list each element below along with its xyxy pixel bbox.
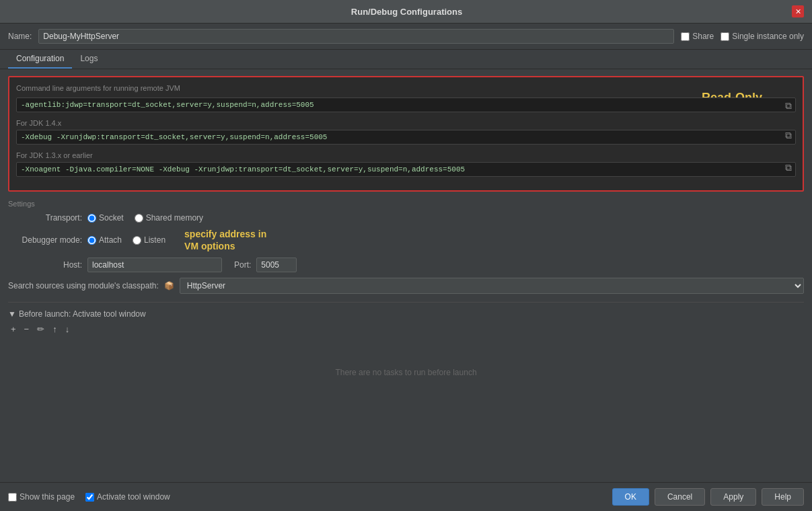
copy-button-2[interactable]: ⧉ bbox=[785, 130, 792, 141]
copy-button-3[interactable]: ⧉ bbox=[785, 162, 792, 173]
module-icon: 📦 bbox=[164, 281, 174, 290]
config-tabs: Configuration Logs bbox=[0, 50, 812, 69]
transport-label: Transport: bbox=[8, 213, 82, 223]
host-port-row: Host: Port: bbox=[8, 258, 804, 272]
tab-configuration[interactable]: Configuration bbox=[8, 50, 72, 69]
bl-add-button[interactable]: + bbox=[8, 323, 19, 336]
transport-shared-memory-label: Shared memory bbox=[146, 213, 203, 223]
show-page-checkbox-group[interactable]: Show this page bbox=[8, 492, 75, 502]
dialog-title: Run/Debug Configurations bbox=[22, 7, 792, 17]
dialog-close-button[interactable]: ✕ bbox=[792, 5, 804, 17]
debugger-mode-row: Debugger mode: Attach Listen specify add… bbox=[8, 228, 804, 252]
settings-section: Settings Transport: Socket Shared memory bbox=[8, 200, 804, 294]
debugger-listen-option[interactable]: Listen bbox=[133, 235, 165, 245]
transport-socket-radio[interactable] bbox=[87, 214, 96, 223]
command-label-3: For JDK 1.3.x or earlier bbox=[16, 151, 796, 159]
debugger-radio-group: Attach Listen bbox=[87, 235, 165, 245]
port-label: Port: bbox=[234, 260, 251, 270]
bl-remove-button[interactable]: − bbox=[22, 323, 32, 336]
dialog-titlebar: Run/Debug Configurations ✕ bbox=[0, 0, 812, 24]
before-launch-arrow: ▼ bbox=[8, 309, 16, 319]
debugger-attach-option[interactable]: Attach bbox=[87, 235, 122, 245]
run-debug-dialog: Run/Debug Configurations ✕ Name: Share S… bbox=[0, 0, 812, 511]
show-page-checkbox[interactable] bbox=[8, 493, 17, 502]
share-checkbox[interactable] bbox=[681, 32, 690, 41]
name-input[interactable] bbox=[38, 29, 674, 44]
transport-shared-memory-option[interactable]: Shared memory bbox=[135, 213, 203, 223]
command-section-title: Command line arguments for running remot… bbox=[16, 84, 796, 92]
port-input[interactable] bbox=[256, 258, 297, 272]
help-button[interactable]: Help bbox=[762, 488, 804, 506]
before-launch-toolbar: + − ✏ ↑ ↓ bbox=[8, 323, 804, 336]
host-input[interactable] bbox=[87, 258, 222, 272]
before-launch-empty-message: There are no tasks to run before launch bbox=[8, 341, 804, 404]
single-instance-label: Single instance only bbox=[732, 32, 804, 41]
show-page-label: Show this page bbox=[20, 492, 75, 502]
apply-button[interactable]: Apply bbox=[710, 488, 756, 506]
footer-buttons: OK Cancel Apply Help bbox=[612, 488, 804, 506]
share-label: Share bbox=[692, 32, 714, 41]
debugger-listen-label: Listen bbox=[144, 235, 165, 245]
main-layout: + − 📋 ⚙ ↑ ↓ 📁 ≡ ▶ 🤖 Android App ▶ 📋 Andr… bbox=[0, 27, 812, 511]
before-launch-section: ▼ Before launch: Activate tool window + … bbox=[8, 302, 804, 404]
name-label: Name: bbox=[8, 32, 32, 41]
transport-socket-option[interactable]: Socket bbox=[87, 213, 124, 223]
transport-shared-memory-radio[interactable] bbox=[135, 214, 143, 223]
settings-title: Settings bbox=[8, 200, 804, 208]
bl-down-button[interactable]: ↓ bbox=[63, 323, 73, 336]
dialog-footer: Show this page Activate tool window OK C… bbox=[0, 482, 812, 511]
share-checkbox-group: Share bbox=[681, 32, 714, 41]
tab-logs[interactable]: Logs bbox=[72, 50, 106, 69]
debugger-attach-radio[interactable] bbox=[87, 236, 96, 245]
bl-edit-button[interactable]: ✏ bbox=[34, 323, 47, 336]
command-value-2: -Xdebug -Xrunjdwp:transport=dt_socket,se… bbox=[16, 130, 796, 145]
bl-up-button[interactable]: ↑ bbox=[50, 323, 60, 336]
command-block-3: For JDK 1.3.x or earlier -Xnoagent -Djav… bbox=[16, 151, 796, 177]
debugger-listen-radio[interactable] bbox=[133, 236, 141, 245]
module-row: Search sources using module's classpath:… bbox=[8, 278, 804, 294]
command-label-2: For JDK 1.4.x bbox=[16, 119, 796, 127]
module-label: Search sources using module's classpath: bbox=[8, 281, 159, 290]
command-block-2: For JDK 1.4.x -Xdebug -Xrunjdwp:transpor… bbox=[16, 119, 796, 145]
dialog-content: Command line arguments for running remot… bbox=[0, 69, 812, 482]
ok-button[interactable]: OK bbox=[612, 488, 649, 506]
module-select[interactable]: HttpServer bbox=[180, 278, 804, 294]
transport-socket-label: Socket bbox=[99, 213, 124, 223]
debugger-label: Debugger mode: bbox=[8, 235, 82, 245]
vm-annotation: specify address inVM options bbox=[184, 228, 266, 252]
command-section: Command line arguments for running remot… bbox=[8, 76, 804, 192]
transport-row: Transport: Socket Shared memory bbox=[8, 213, 804, 223]
activate-tool-label: Activate tool window bbox=[97, 492, 170, 502]
single-instance-checkbox[interactable] bbox=[721, 32, 729, 41]
activate-tool-checkbox-group[interactable]: Activate tool window bbox=[85, 492, 170, 502]
command-value-1: -agentlib:jdwp=transport=dt_socket,serve… bbox=[16, 97, 796, 112]
cancel-button[interactable]: Cancel bbox=[655, 488, 705, 506]
command-block-1: -agentlib:jdwp=transport=dt_socket,serve… bbox=[16, 97, 796, 112]
before-launch-title: ▼ Before launch: Activate tool window bbox=[8, 309, 804, 319]
single-instance-checkbox-group: Single instance only bbox=[721, 32, 804, 41]
debugger-attach-label: Attach bbox=[99, 235, 122, 245]
activate-tool-checkbox[interactable] bbox=[85, 493, 94, 502]
transport-radio-group: Socket Shared memory bbox=[87, 213, 203, 223]
dialog-header: Name: Share Single instance only bbox=[0, 24, 812, 50]
host-label: Host: bbox=[8, 260, 82, 270]
footer-checkboxes: Show this page Activate tool window bbox=[8, 492, 605, 502]
before-launch-label: Before launch: Activate tool window bbox=[19, 309, 146, 319]
command-value-3: -Xnoagent -Djava.compiler=NONE -Xdebug -… bbox=[16, 162, 796, 177]
copy-button-1[interactable]: ⧉ bbox=[785, 100, 792, 112]
